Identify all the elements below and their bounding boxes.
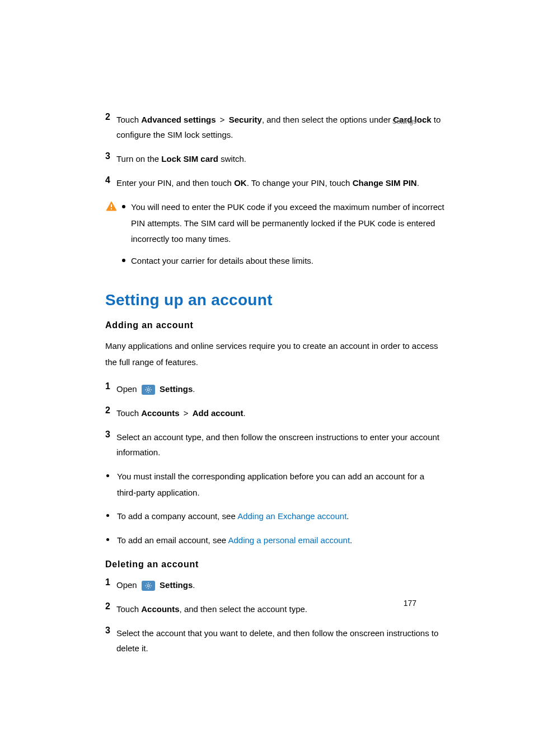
bullet-install-app: You must install the corresponding appli… xyxy=(105,469,444,501)
step-number: 2 xyxy=(105,601,116,612)
page-header-label: Settings xyxy=(392,118,416,125)
subheading-adding: Adding an account xyxy=(105,320,444,330)
intro-paragraph: Many applications and online services re… xyxy=(105,338,444,370)
settings-app-icon xyxy=(142,385,155,395)
svg-line-8 xyxy=(149,391,151,393)
svg-line-16 xyxy=(146,584,147,585)
svg-point-2 xyxy=(147,389,149,391)
svg-point-11 xyxy=(147,585,149,587)
bullet-dot xyxy=(122,259,125,262)
bullet-text: You must install the corresponding appli… xyxy=(117,469,444,501)
step-text: Enter your PIN, and then touch OK. To ch… xyxy=(116,175,444,190)
step-text: Touch Advanced settings > Security, and … xyxy=(116,112,444,142)
svg-line-7 xyxy=(146,388,147,389)
del-step-1: 1 Open Settings. xyxy=(105,577,444,592)
step-number: 1 xyxy=(105,577,116,587)
del-step-2: 2 Touch Accounts, and then select the ac… xyxy=(105,601,444,617)
add-step-3: 3 Select an account type, and then follo… xyxy=(105,430,444,460)
warning-bullet-2: Contact your carrier for details about t… xyxy=(122,253,444,269)
warning-text: You will need to enter the PUK code if y… xyxy=(131,199,444,248)
svg-line-17 xyxy=(149,587,151,589)
warning-note: You will need to enter the PUK code if y… xyxy=(105,199,444,274)
page-number: 177 xyxy=(404,599,416,608)
subheading-deleting: Deleting an account xyxy=(105,559,444,570)
step-text: Turn on the Lock SIM card switch. xyxy=(116,151,444,166)
step-number: 3 xyxy=(105,626,116,636)
sim-step-2: 2 Touch Advanced settings > Security, an… xyxy=(105,112,444,142)
bullet-text: To add an email account, see Adding a pe… xyxy=(117,533,444,549)
bullet-email-account: To add an email account, see Adding a pe… xyxy=(105,533,444,549)
step-number: 3 xyxy=(105,430,116,440)
bullet-dot xyxy=(106,474,109,477)
step-number: 2 xyxy=(105,405,116,416)
svg-line-10 xyxy=(149,388,151,389)
step-number: 3 xyxy=(105,151,116,161)
section-heading: Setting up an account xyxy=(105,291,444,309)
del-step-3: 3 Select the account that you want to de… xyxy=(105,626,444,656)
sim-step-3: 3 Turn on the Lock SIM card switch. xyxy=(105,151,444,166)
settings-app-icon xyxy=(142,581,155,591)
step-number: 1 xyxy=(105,381,116,391)
step-text: Open Settings. xyxy=(116,381,444,396)
bullet-dot xyxy=(106,538,109,541)
link-exchange-account[interactable]: Adding an Exchange account xyxy=(237,511,346,521)
bullet-dot xyxy=(122,205,125,208)
add-step-1: 1 Open Settings. xyxy=(105,381,444,396)
add-step-2: 2 Touch Accounts > Add account. xyxy=(105,405,444,421)
bullet-text: To add a company account, see Adding an … xyxy=(117,508,444,525)
link-personal-email[interactable]: Adding a personal email account xyxy=(228,535,350,545)
svg-rect-1 xyxy=(111,208,112,209)
bullet-dot xyxy=(106,514,109,517)
warning-text: Contact your carrier for details about t… xyxy=(131,253,444,269)
step-text: Touch Accounts, and then select the acco… xyxy=(116,601,444,617)
svg-line-9 xyxy=(146,391,147,393)
warning-icon xyxy=(105,200,118,212)
svg-line-19 xyxy=(149,584,151,585)
step-number: 4 xyxy=(105,175,116,185)
step-text: Select the account that you want to dele… xyxy=(116,626,444,656)
step-text: Open Settings. xyxy=(116,577,444,592)
step-number: 2 xyxy=(105,112,116,122)
step-text: Select an account type, and then follow … xyxy=(116,430,444,460)
bullet-company-account: To add a company account, see Adding an … xyxy=(105,508,444,525)
svg-rect-0 xyxy=(111,204,112,207)
sim-step-4: 4 Enter your PIN, and then touch OK. To … xyxy=(105,175,444,190)
step-text: Touch Accounts > Add account. xyxy=(116,405,444,421)
warning-bullet-1: You will need to enter the PUK code if y… xyxy=(122,199,444,248)
svg-line-18 xyxy=(146,587,147,589)
